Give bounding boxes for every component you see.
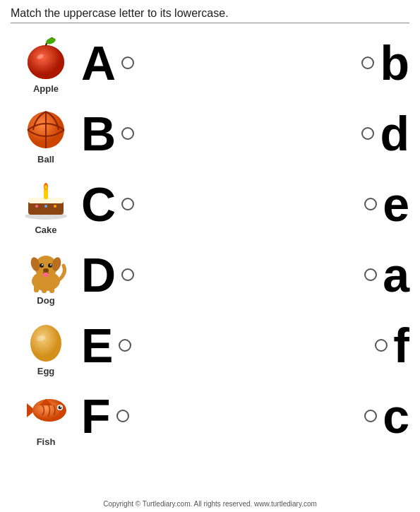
lower-letter-e: e <box>383 180 409 228</box>
lower-letter-d: d <box>380 109 409 157</box>
svg-point-22 <box>40 263 44 268</box>
lower-col-c: c <box>339 392 409 440</box>
cake-icon <box>21 174 71 223</box>
upper-col-f: F <box>81 392 166 440</box>
row-egg: Egg E f <box>11 310 409 381</box>
row-cake: Cake C e <box>11 169 409 239</box>
image-col-dog: Dog <box>11 244 81 306</box>
svg-point-9 <box>32 198 39 203</box>
fish-label: Fish <box>37 436 56 447</box>
svg-point-23 <box>48 263 52 268</box>
apple-label: Apple <box>33 83 59 94</box>
lower-col-e: e <box>339 180 409 228</box>
svg-rect-30 <box>49 286 54 293</box>
circle-d-right[interactable] <box>361 127 374 140</box>
upper-col-e: E <box>81 321 166 369</box>
row-dog: Dog D a <box>11 239 409 310</box>
svg-point-17 <box>54 205 56 208</box>
row-apple: Apple A b <box>11 28 409 98</box>
upper-col-c: C <box>81 180 166 228</box>
svg-point-24 <box>42 264 43 266</box>
upper-letter-c: C <box>81 180 116 228</box>
upper-col-b: B <box>81 109 166 157</box>
circle-a-left[interactable] <box>121 56 134 69</box>
svg-point-16 <box>44 205 47 208</box>
circle-e-left[interactable] <box>119 339 131 352</box>
svg-point-31 <box>30 325 61 362</box>
ball-icon <box>21 103 71 153</box>
dog-icon <box>21 244 71 294</box>
lower-letter-a: a <box>383 251 409 299</box>
apple-icon <box>21 32 71 82</box>
lower-letter-c: c <box>383 392 409 440</box>
circle-e-right[interactable] <box>364 198 377 210</box>
circle-c-right[interactable] <box>364 410 377 422</box>
circle-b-left[interactable] <box>121 127 134 140</box>
page: Match the uppercase letter to its lowerc… <box>0 0 420 512</box>
cake-label: Cake <box>35 225 56 235</box>
dog-label: Dog <box>37 295 54 306</box>
image-col-apple: Apple <box>11 32 81 94</box>
egg-icon <box>21 315 71 364</box>
upper-letter-d: D <box>81 251 116 299</box>
image-col-fish: Fish <box>11 386 81 447</box>
row-fish: Fish F c <box>11 381 409 451</box>
lower-col-b: b <box>339 39 409 87</box>
svg-rect-28 <box>34 285 39 292</box>
svg-point-1 <box>28 45 64 79</box>
svg-point-38 <box>60 406 61 407</box>
svg-point-14 <box>44 185 47 189</box>
circle-c-left[interactable] <box>121 198 134 210</box>
upper-letter-f: F <box>81 392 111 440</box>
footer: Copyright © Turtlediary.com. All rights … <box>0 500 420 508</box>
svg-point-11 <box>53 198 60 203</box>
svg-point-10 <box>42 199 49 203</box>
circle-d-left[interactable] <box>121 268 134 281</box>
lower-col-f: f <box>339 321 409 369</box>
ball-label: Ball <box>37 154 54 165</box>
lower-col-a: a <box>339 251 409 299</box>
svg-point-27 <box>43 273 49 277</box>
circle-f-right[interactable] <box>375 339 388 352</box>
row-ball: Ball B d <box>11 98 409 169</box>
fish-icon <box>21 386 71 435</box>
lower-letter-b: b <box>380 39 409 87</box>
lower-col-d: d <box>339 109 409 157</box>
svg-point-26 <box>43 268 49 273</box>
upper-col-d: D <box>81 251 166 299</box>
upper-letter-b: B <box>81 109 116 157</box>
circle-b-right[interactable] <box>361 56 374 69</box>
circle-f-left[interactable] <box>116 410 129 422</box>
image-col-ball: Ball <box>11 103 81 165</box>
upper-letter-a: A <box>81 39 116 87</box>
page-title: Match the uppercase letter to its lowerc… <box>11 7 409 23</box>
upper-letter-e: E <box>81 321 113 369</box>
svg-rect-29 <box>42 286 47 293</box>
svg-point-37 <box>59 405 62 409</box>
upper-col-a: A <box>81 39 166 87</box>
image-col-cake: Cake <box>11 174 81 235</box>
svg-point-25 <box>50 264 52 266</box>
image-col-egg: Egg <box>11 315 81 376</box>
lower-letter-f: f <box>393 321 409 369</box>
circle-a-right[interactable] <box>364 268 377 281</box>
svg-point-15 <box>35 205 38 208</box>
egg-label: Egg <box>37 366 55 376</box>
rows-container: Apple A b <box>11 28 409 451</box>
